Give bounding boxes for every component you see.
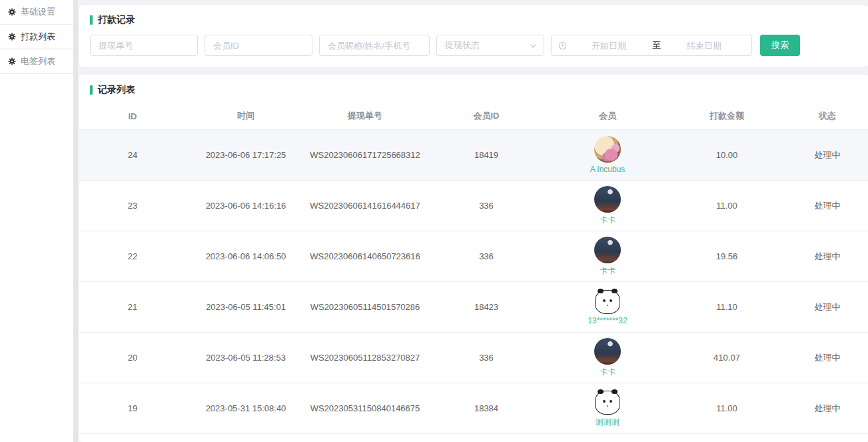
col-header-member: 会员: [548, 103, 667, 130]
col-header-time: 时间: [186, 103, 306, 130]
sidebar-item-esign-list[interactable]: 电签列表: [0, 49, 73, 74]
filter-card-title: 打款记录: [90, 14, 857, 26]
cell-order-no: WS20230606141616444617: [306, 181, 424, 231]
member-name-link[interactable]: 卡卡: [600, 367, 616, 378]
table-row: 23 2023-06-06 14:16:16 WS202306061416164…: [79, 181, 868, 231]
cell-time: 2023-06-06 17:17:25: [186, 130, 306, 181]
cell-amount: 11.10: [667, 282, 787, 333]
sidebar-item-label: 电签列表: [21, 55, 55, 67]
start-date-input[interactable]: [568, 40, 650, 51]
cell-member: 测测测: [548, 383, 667, 434]
member-avatar: [594, 136, 621, 163]
cell-order-no: WS20230531150840146675: [306, 383, 424, 434]
withdraw-status-select[interactable]: 提现状态: [436, 35, 544, 56]
member-name-input[interactable]: [319, 35, 430, 56]
cell-member: A Incubus: [548, 130, 667, 181]
sidebar-item-basic-settings[interactable]: 基础设置: [0, 0, 73, 25]
records-table: ID 时间 提现单号 会员ID 会员 打款金额 状态 24 2023-06-06…: [79, 103, 868, 434]
clock-icon: [558, 41, 567, 50]
member-name-link[interactable]: 卡卡: [600, 215, 616, 226]
member-avatar: [594, 186, 621, 213]
status-text: 处理中: [787, 333, 868, 383]
filter-row: 提现状态 至 搜索: [90, 35, 857, 56]
member-name-link[interactable]: A Incubus: [590, 165, 626, 174]
cell-member: 卡卡: [548, 333, 667, 383]
table-row: 20 2023-06-05 11:28:53 WS202306051128532…: [79, 333, 868, 383]
app-root: 基础设置 打款列表: [0, 0, 868, 442]
col-header-amount: 打款金额: [667, 103, 787, 130]
cell-time: 2023-06-06 14:16:16: [186, 181, 306, 231]
cell-order-no: WS20230606171725668312: [306, 130, 424, 181]
member-id-input[interactable]: [205, 35, 312, 56]
table-row: 24 2023-06-06 17:17:25 WS202306061717256…: [79, 130, 868, 181]
sidebar-divider: [73, 0, 78, 442]
col-header-member-id: 会员ID: [424, 103, 548, 130]
sidebar: 基础设置 打款列表: [0, 0, 73, 442]
table-row: 19 2023-05-31 15:08:40 WS202305311508401…: [79, 383, 868, 434]
table-header-row: ID 时间 提现单号 会员ID 会员 打款金额 状态: [79, 103, 868, 130]
sidebar-item-label: 基础设置: [21, 6, 55, 18]
chevron-down-icon: [530, 42, 537, 49]
cell-member-id: 336: [424, 181, 548, 231]
cell-id: 22: [79, 231, 186, 282]
col-header-id: ID: [79, 103, 186, 130]
cell-member-id: 18419: [424, 130, 548, 181]
member-avatar: [594, 338, 621, 365]
date-range-picker[interactable]: 至: [551, 35, 752, 56]
cell-member: 卡卡: [548, 231, 667, 282]
member-avatar: [594, 237, 621, 263]
cell-member: 卡卡: [548, 181, 667, 231]
record-list-card: 记录列表 ID 时间 提现单号 会员ID 会员 打款金额 状态: [79, 75, 868, 442]
page-title: 打款记录: [98, 14, 135, 26]
table-row: 22 2023-06-06 14:06:50 WS202306061406507…: [79, 231, 868, 282]
cell-order-no: WS20230606140650723616: [306, 231, 424, 282]
cell-id: 20: [79, 333, 186, 383]
gear-icon: [8, 57, 16, 65]
cell-member-id: 336: [424, 333, 548, 383]
cell-amount: 11.00: [667, 383, 787, 434]
title-accent-bar: [90, 85, 93, 95]
cell-time: 2023-06-05 11:45:01: [186, 282, 306, 333]
cell-id: 19: [79, 383, 186, 434]
cell-amount: 10.00: [667, 130, 787, 181]
select-placeholder: 提现状态: [445, 39, 480, 51]
member-avatar: [595, 391, 620, 415]
cell-order-no: WS20230605112853270827: [306, 333, 424, 383]
status-text: 处理中: [787, 130, 868, 181]
status-text: 处理中: [787, 282, 868, 333]
cell-id: 21: [79, 282, 186, 333]
filter-card: 打款记录 提现状态 至: [79, 5, 868, 67]
gear-icon: [8, 33, 16, 41]
cell-member: 13*******32: [548, 282, 667, 333]
member-name-link[interactable]: 测测测: [596, 417, 620, 428]
cell-time: 2023-06-06 14:06:50: [186, 231, 306, 282]
cell-id: 23: [79, 181, 186, 231]
record-table-body: 24 2023-06-06 17:17:25 WS202306061717256…: [79, 130, 868, 434]
section-title: 记录列表: [98, 84, 135, 96]
cell-amount: 11.00: [667, 181, 787, 231]
member-avatar: [595, 290, 620, 314]
sidebar-item-payment-list[interactable]: 打款列表: [0, 25, 73, 49]
member-name-link[interactable]: 卡卡: [600, 265, 616, 277]
withdraw-order-input[interactable]: [90, 35, 198, 56]
cell-order-no: WS20230605114501570286: [306, 282, 424, 333]
title-accent-bar: [90, 15, 93, 25]
cell-time: 2023-05-31 15:08:40: [186, 383, 306, 434]
sidebar-item-label: 打款列表: [21, 31, 55, 43]
record-list-title: 记录列表: [79, 84, 868, 96]
cell-amount: 410.07: [667, 333, 787, 383]
cell-amount: 19.56: [667, 231, 787, 282]
date-range-separator: 至: [651, 39, 662, 51]
gear-icon: [8, 8, 16, 16]
cell-time: 2023-06-05 11:28:53: [186, 333, 306, 383]
main-content: 打款记录 提现状态 至: [78, 0, 868, 442]
end-date-input[interactable]: [663, 40, 745, 51]
member-name-link[interactable]: 13*******32: [588, 316, 627, 325]
cell-member-id: 18423: [424, 282, 548, 333]
col-header-status: 状态: [787, 103, 868, 130]
cell-member-id: 18384: [424, 383, 548, 434]
status-text: 处理中: [787, 181, 868, 231]
pagination: 1 2: [79, 434, 868, 442]
search-button[interactable]: 搜索: [760, 35, 800, 56]
status-text: 处理中: [787, 383, 868, 434]
